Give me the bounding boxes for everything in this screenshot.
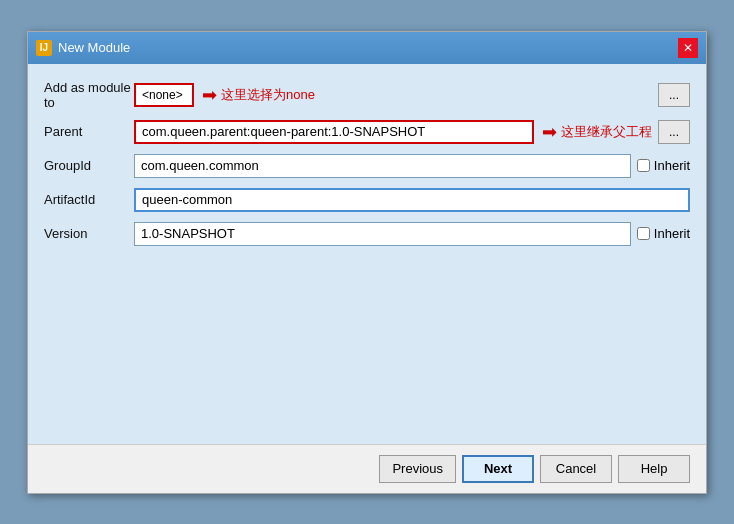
help-button[interactable]: Help xyxy=(618,455,690,483)
previous-button[interactable]: Previous xyxy=(379,455,456,483)
parent-row: Parent ➡ 这里继承父工程 ... xyxy=(44,120,690,144)
add-as-module-value[interactable]: <none> xyxy=(134,83,194,107)
app-icon: IJ xyxy=(36,40,52,56)
close-button[interactable]: ✕ xyxy=(678,38,698,58)
parent-input[interactable] xyxy=(134,120,534,144)
groupid-input[interactable] xyxy=(134,154,631,178)
groupid-inherit-checkbox[interactable] xyxy=(637,159,650,172)
arrow-icon-1: ➡ xyxy=(202,84,217,106)
cancel-button[interactable]: Cancel xyxy=(540,455,612,483)
annotation-none: 这里选择为none xyxy=(221,86,315,104)
groupid-inherit-group: Inherit xyxy=(637,158,690,173)
version-inherit-label: Inherit xyxy=(654,226,690,241)
version-label: Version xyxy=(44,226,134,241)
artifactid-input[interactable] xyxy=(134,188,690,212)
parent-label: Parent xyxy=(44,124,134,139)
version-row: Version Inherit xyxy=(44,222,690,246)
artifactid-row: ArtifactId xyxy=(44,188,690,212)
dialog-title: New Module xyxy=(58,40,130,55)
new-module-dialog: IJ New Module ✕ Add as module to <none> … xyxy=(27,31,707,494)
groupid-label: GroupId xyxy=(44,158,134,173)
dialog-body: Add as module to <none> ➡ 这里选择为none ... … xyxy=(28,64,706,444)
add-as-module-row: Add as module to <none> ➡ 这里选择为none ... xyxy=(44,80,690,110)
annotation-parent: 这里继承父工程 xyxy=(561,123,652,141)
groupid-row: GroupId Inherit xyxy=(44,154,690,178)
titlebar: IJ New Module ✕ xyxy=(28,32,706,64)
titlebar-left: IJ New Module xyxy=(36,40,130,56)
groupid-inherit-label: Inherit xyxy=(654,158,690,173)
browse-parent-button[interactable]: ... xyxy=(658,120,690,144)
next-button[interactable]: Next xyxy=(462,455,534,483)
version-inherit-checkbox[interactable] xyxy=(637,227,650,240)
version-inherit-group: Inherit xyxy=(637,226,690,241)
dialog-footer: Previous Next Cancel Help xyxy=(28,444,706,493)
version-input[interactable] xyxy=(134,222,631,246)
arrow-icon-2: ➡ xyxy=(542,121,557,143)
browse-module-button[interactable]: ... xyxy=(658,83,690,107)
add-as-module-label: Add as module to xyxy=(44,80,134,110)
artifactid-label: ArtifactId xyxy=(44,192,134,207)
